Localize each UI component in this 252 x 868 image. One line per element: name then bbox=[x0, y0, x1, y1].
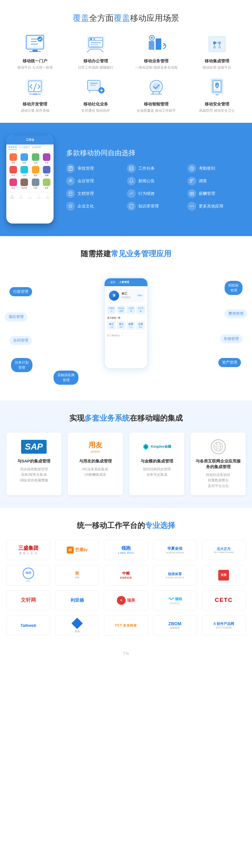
feature-desc-7: 风险防范 移动安全卫士 bbox=[199, 108, 235, 113]
feature-icon-smart-mgmt bbox=[144, 76, 169, 98]
huahuan-circle: 华环 bbox=[23, 568, 34, 579]
feature-desc-2: 一体化定制 指挥业务全流程 bbox=[135, 65, 178, 70]
globe-svg bbox=[213, 441, 224, 453]
feature-office-mgmt: 移动办公管理 日常工作流程 随随随行 bbox=[67, 33, 125, 70]
partner-software: S 软件产品网 软件产品信息网 bbox=[202, 616, 246, 636]
watermark-text: TTe bbox=[123, 651, 129, 656]
phone-app-6: 绩效 bbox=[31, 166, 40, 177]
globe-icon bbox=[211, 439, 226, 454]
chip-icon-performance bbox=[127, 189, 136, 198]
feature-desc-6: 全场景覆盖 移动工作助手 bbox=[137, 108, 176, 113]
bubble-procurement: 采购供应商管理 bbox=[54, 371, 79, 385]
svg-rect-10 bbox=[91, 44, 98, 45]
phone-tabs-bar: 发现应用 个人及部门 企业应用/ bbox=[6, 145, 54, 151]
integrations-grid: SAP 与SAP的集成管理 同步报表数据管理采购/财务全集成消核/差价收藏费服 … bbox=[6, 433, 246, 495]
section1-title-highlight: 覆盖 bbox=[73, 13, 89, 23]
partner-zhongke-inner: 中粮 COFCO bbox=[120, 571, 132, 579]
card-sap: SAP 与SAP的集成管理 同步报表数据管理采购/财务全集成消核/差价收藏费服 bbox=[6, 433, 61, 495]
kuaiji-icon: 快剪 bbox=[218, 570, 229, 581]
partner-hualian-inner: 联 华联 bbox=[75, 571, 79, 579]
svg-rect-12 bbox=[149, 41, 155, 50]
phone-hr-stats-grid: 在工人数 员工离职 全部人员 公告通知 bbox=[107, 321, 145, 330]
card-sap-desc: 同步报表数据管理采购/财务全集成消核/差价收藏费服 bbox=[11, 467, 57, 483]
logo-internet bbox=[195, 439, 241, 455]
card-internet: 与各类互联网企业应用服务的集成管理 跨组织业务协同轻量数据整合及对平台点合 bbox=[191, 433, 246, 495]
kingdee-text: Kingdee金蝶 bbox=[151, 444, 171, 449]
partner-cetc-inner: CETC bbox=[215, 597, 233, 603]
kingdee-icon bbox=[142, 443, 150, 451]
chip-knowledge: 知识库管理 bbox=[127, 202, 185, 211]
phone-hr-back-bar: ← 返回 人事管理 bbox=[105, 278, 147, 286]
chip-icon-more bbox=[188, 202, 196, 211]
feature-title-7: 移动安全管理 bbox=[205, 101, 229, 107]
partner-zbom: ZBOM 志新创世 bbox=[153, 616, 197, 636]
phone-hr-stat-3: 公告通知 bbox=[136, 321, 145, 330]
feature-icon-integration-mgmt bbox=[204, 33, 230, 55]
chip-survey: 调查 bbox=[188, 177, 246, 185]
sap-logo-text: SAP bbox=[21, 440, 47, 454]
phone-hr-stat-0: 在工人数 bbox=[107, 321, 116, 330]
phone-hr-menu-1: 组织架构图 bbox=[117, 306, 125, 314]
chip-icon-survey bbox=[188, 177, 196, 185]
svg-rect-13 bbox=[156, 38, 161, 50]
chip-label-attendance: 考勤签到 bbox=[199, 165, 215, 171]
section3-diagram: ← 返回 人事管理 李 学工 学历简历 详情 › 出勤统计 组织架构图 人员查询… bbox=[6, 268, 246, 388]
section-coverage: 覆盖全方面全方面覆盖移动应用场景 移动统一门户 移动平台 七大统一标准 bbox=[0, 0, 252, 123]
feature-desc-4: 混动引擎 组件养殖 bbox=[21, 108, 50, 113]
feature-title-4: 移动开发管理 bbox=[23, 101, 47, 107]
partner-zhongke: 中粮 COFCO bbox=[104, 565, 148, 585]
bubble-project: 项目管理 bbox=[5, 312, 27, 321]
card-internet-desc: 跨组织业务协同轻量数据整合及对平台点合 bbox=[195, 472, 241, 489]
chip-icon-audit bbox=[66, 164, 75, 173]
phone-app-9: 知识库 bbox=[19, 179, 29, 189]
svg-rect-16 bbox=[210, 38, 224, 50]
chip-audit: 审批管理 bbox=[66, 164, 124, 173]
partners-grid: 三盛集团 聚 物 人 生 活 M 芒果tv 领跑 LING PAO 华夏金信 H… bbox=[6, 540, 246, 636]
section1-title: 覆盖全方面全方面覆盖移动应用场景 bbox=[6, 12, 246, 24]
svg-rect-19 bbox=[33, 94, 37, 95]
mango-m-icon: M bbox=[67, 547, 74, 554]
bubble-task-plan: 任务计划管理 bbox=[11, 358, 32, 372]
phone-apps-grid: 审批 任务 日程 公告 会议 文档 绩效 薪酬 文化 知识库 行政 更多 bbox=[6, 151, 54, 191]
chip-label-performance: 行为绩效 bbox=[138, 191, 155, 196]
svg-point-8 bbox=[93, 38, 95, 40]
partner-beida-inner: 北大正方 PKU HEALTHCARE bbox=[214, 547, 234, 554]
chip-culture: 企业文化 bbox=[66, 202, 124, 211]
phone-hr-footer: 员工离职统计 → bbox=[107, 333, 145, 337]
software-name: S 软件产品网 bbox=[214, 621, 234, 626]
partner-talkweb-inner: Talkweb bbox=[20, 623, 36, 628]
partner-wenxuan: 文轩网 bbox=[6, 590, 50, 611]
card-internet-title: 与各类互联网企业应用服务的集成管理 bbox=[195, 458, 241, 470]
suirui-wave-icon bbox=[168, 596, 174, 602]
chip-label-audit: 审批管理 bbox=[78, 165, 94, 171]
card-kingdee: Kingdee金蝶 与金蝶的集成管理 组织结构同步管理业务凭证集成 bbox=[129, 433, 184, 495]
feature-biz-mgmt: 移动业务管理 一体化定制 指挥业务全流程 bbox=[128, 33, 185, 70]
feature-desc-1: 日常工作流程 随随随行 bbox=[78, 65, 113, 70]
feature-title-1: 移动办公管理 bbox=[83, 58, 108, 64]
phone-hr-mockup: ← 返回 人事管理 李 学工 学历简历 详情 › 出勤统计 组织架构图 人员查询… bbox=[104, 278, 148, 369]
wenxuan-name: 文轩网 bbox=[21, 597, 36, 603]
beida-name: 北大正方 bbox=[214, 547, 234, 551]
partner-wenxuan-inner: 文轩网 bbox=[21, 597, 36, 603]
talkweb-name: Talkweb bbox=[20, 623, 36, 628]
chip-news: 新闻公告 bbox=[127, 177, 185, 185]
feature-dev-mgmt: 移动开发管理 混动引擎 组件养殖 bbox=[6, 76, 64, 113]
phone-hr-menu-grid: 出勤统计 组织架构图 人员查询 员工手册 bbox=[107, 306, 145, 314]
phone-app-3: 公告 bbox=[41, 153, 52, 164]
chip-attendance: 考勤签到 bbox=[188, 164, 246, 173]
yingluo-diamond-icon bbox=[72, 618, 83, 629]
card-kingdee-desc: 组织结构同步管理业务凭证集成 bbox=[134, 467, 179, 477]
yonyou-sub: yonyou bbox=[88, 450, 102, 453]
section2-content: 多款移动协同自由选择 审批管理 工作任务 bbox=[66, 148, 246, 211]
chip-icon-knowledge bbox=[127, 202, 136, 211]
section-build: 随需搭建常见业务管理应用 ← 返回 人事管理 李 学工 学历简历 详情 › 出勤… bbox=[0, 236, 252, 400]
logo-kingdee: Kingdee金蝶 bbox=[134, 439, 179, 455]
cofco-en: COFCO bbox=[120, 576, 132, 579]
kingdee-logo-inner: Kingdee金蝶 bbox=[142, 443, 171, 451]
feature-title-0: 移动统一门户 bbox=[23, 58, 47, 64]
section-integration: 实现多套业务系统在移动端的集成 SAP 与SAP的集成管理 同步报表数据管理采购… bbox=[0, 400, 252, 508]
phone-hr-dept: 学历简历 bbox=[121, 296, 131, 299]
phone-app-2: 日程 bbox=[31, 153, 40, 164]
partner-youyou-inner: YCT 友友科技 bbox=[115, 623, 137, 628]
partner-beida: 北大正方 PKU HEALTHCARE bbox=[202, 540, 246, 560]
